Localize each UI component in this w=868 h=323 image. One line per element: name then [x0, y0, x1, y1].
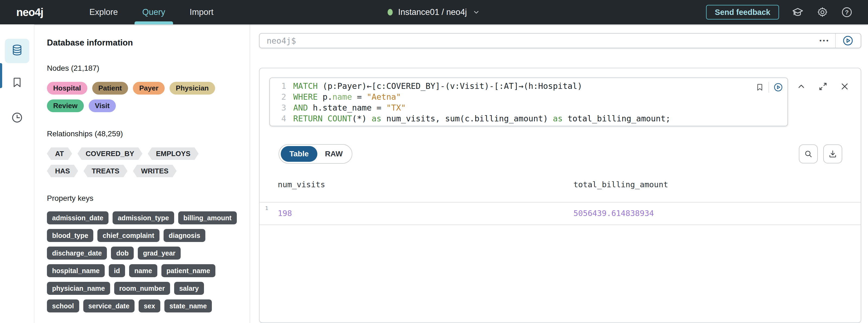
relationship-type-chip[interactable]: EMPLOYS — [148, 147, 198, 160]
frame-actions — [796, 81, 850, 126]
divider — [769, 82, 769, 93]
property-key-chip[interactable]: blood_type — [47, 229, 93, 242]
relationship-type-chip[interactable]: COVERED_BY — [78, 147, 143, 160]
view-toggle-option-table[interactable]: Table — [281, 146, 317, 162]
property-key-chip[interactable]: school — [47, 299, 79, 313]
property-key-chip[interactable]: sex — [138, 299, 160, 313]
tab-import[interactable]: Import — [177, 0, 226, 24]
active-tab-indicator — [134, 22, 173, 24]
more-options-icon[interactable]: ••• — [819, 37, 830, 44]
download-results-button[interactable] — [823, 144, 842, 164]
relationships-count-label: Relationships (48,259) — [47, 130, 239, 138]
column-header: num_visits — [278, 180, 574, 190]
rerun-query-icon[interactable] — [773, 82, 783, 92]
tab-label: Explore — [89, 7, 118, 17]
token-pl: (p:Payer)←[c:COVERED_BY]-(v:Visit)-[:AT]… — [318, 81, 582, 91]
node-label-pill[interactable]: Hospital — [47, 82, 87, 95]
code-text: WHERE p.name = "Aetna" — [293, 92, 401, 102]
property-key-chip[interactable]: dob — [111, 247, 134, 260]
cypher-code-editor[interactable]: 1MATCH (p:Payer)←[c:COVERED_BY]-(v:Visit… — [269, 77, 788, 126]
main-area: neo4j$ ••• 1MATCH (p:Payer)←[c:COVERED_B… — [250, 24, 868, 323]
property-key-chip[interactable]: room_number — [114, 282, 170, 295]
relationship-type-chip[interactable]: WRITES — [133, 165, 177, 177]
node-label-pill[interactable]: Patient — [92, 82, 128, 95]
property-key-chip[interactable]: patient_name — [161, 264, 215, 277]
download-icon — [828, 149, 838, 159]
sidebar-item-saved-cypher[interactable] — [5, 71, 29, 95]
instance-selector[interactable]: Instance01 / neo4j — [388, 0, 480, 24]
table-cell: 5056439.614838934 — [574, 209, 861, 218]
node-label-pill[interactable]: Payer — [133, 82, 165, 95]
cypher-prompt: neo4j$ — [267, 36, 296, 45]
property-key-chip[interactable]: service_date — [83, 299, 135, 313]
tab-label: Import — [190, 7, 214, 17]
node-label-pill[interactable]: Visit — [89, 100, 116, 112]
property-key-chip[interactable]: hospital_name — [47, 264, 105, 277]
save-bookmark-icon[interactable] — [755, 83, 764, 92]
sidebar-item-history[interactable] — [5, 106, 29, 130]
editor-row: 1MATCH (p:Payer)←[c:COVERED_BY]-(v:Visit… — [259, 68, 861, 126]
run-query-icon[interactable] — [842, 35, 854, 46]
expand-icon[interactable] — [818, 81, 828, 93]
property-key-chip[interactable]: billing_amount — [178, 211, 237, 224]
view-toggle: TableRAW — [279, 144, 352, 164]
database-information-panel: Database information Nodes (21,187) Hosp… — [34, 24, 250, 323]
tab-query[interactable]: Query — [130, 0, 177, 24]
collapse-chevron-up-icon[interactable] — [796, 81, 806, 93]
search-icon — [803, 149, 813, 159]
cypher-input-bar[interactable]: neo4j$ ••• — [259, 33, 861, 48]
bookmark-icon — [11, 76, 23, 90]
node-label-pill[interactable]: Physician — [169, 82, 215, 95]
token-kw: as — [372, 114, 381, 123]
code-line: 2WHERE p.name = "Aetna" — [270, 92, 787, 102]
help-icon[interactable]: ? — [841, 6, 853, 18]
line-number: 3 — [270, 102, 286, 113]
row-index: 1 — [265, 205, 268, 211]
property-key-chip[interactable]: chief_complaint — [97, 229, 159, 242]
table-cell: 198 — [278, 209, 574, 218]
code-text: AND h.state_name = "TX" — [293, 102, 406, 113]
node-label-pill[interactable]: Review — [47, 100, 84, 112]
nodes-count-label: Nodes (21,187) — [47, 64, 239, 73]
token-str: "Aetna" — [367, 92, 401, 102]
relationship-type-chip[interactable]: AT — [47, 147, 72, 160]
top-nav: neo4j ExploreQueryImport Instance01 / ne… — [0, 0, 868, 24]
sidebar-item-database-information[interactable] — [5, 39, 29, 63]
property-key-chip[interactable]: physician_name — [47, 282, 110, 295]
property-key-chip[interactable]: diagnosis — [163, 229, 206, 242]
token-kw: as — [553, 114, 563, 123]
relationship-type-chip[interactable]: HAS — [47, 165, 78, 177]
property-keys-label: Property keys — [47, 194, 239, 203]
search-results-button[interactable] — [799, 144, 818, 164]
property-key-chip[interactable]: grad_year — [138, 247, 181, 260]
property-key-chip[interactable]: admission_type — [113, 211, 174, 224]
result-table-body: 11985056439.614838934 — [259, 203, 861, 225]
code-line: 1MATCH (p:Payer)←[c:COVERED_BY]-(v:Visit… — [270, 81, 787, 92]
close-icon[interactable] — [839, 81, 850, 93]
property-key-chip[interactable]: discharge_date — [47, 247, 107, 260]
line-number: 1 — [270, 81, 286, 92]
token-pl: (*) — [352, 114, 372, 123]
property-key-chip[interactable]: salary — [174, 282, 204, 295]
learn-icon[interactable] — [792, 6, 804, 19]
token-str: "TX" — [386, 103, 406, 112]
property-key-chip[interactable]: name — [129, 264, 157, 277]
property-key-chip[interactable]: state_name — [164, 299, 212, 313]
token-pl: h.state_name = — [308, 103, 386, 112]
node-labels: HospitalPatientPayerPhysicianReviewVisit — [47, 82, 239, 112]
view-toggle-option-raw[interactable]: RAW — [317, 146, 350, 162]
send-feedback-button[interactable]: Send feedback — [706, 5, 779, 20]
property-key-chip[interactable]: admission_date — [47, 211, 108, 224]
page-content: Database information Nodes (21,187) Hosp… — [0, 24, 868, 323]
settings-gear-icon[interactable] — [816, 6, 828, 18]
token-kw: COUNT — [328, 114, 352, 123]
token-kw: RETURN — [293, 114, 322, 123]
code-text: RETURN COUNT(*) as num_visits, sum(c.bil… — [293, 113, 671, 124]
line-number: 4 — [270, 113, 286, 124]
query-result-frame: 1MATCH (p:Payer)←[c:COVERED_BY]-(v:Visit… — [259, 68, 861, 323]
relationship-type-chip[interactable]: TREATS — [84, 165, 127, 177]
neo4j-logo[interactable]: neo4j — [16, 6, 43, 19]
property-key-chip[interactable]: id — [109, 264, 125, 277]
tab-explore[interactable]: Explore — [77, 0, 130, 24]
column-header: total_billing_amount — [574, 180, 861, 190]
